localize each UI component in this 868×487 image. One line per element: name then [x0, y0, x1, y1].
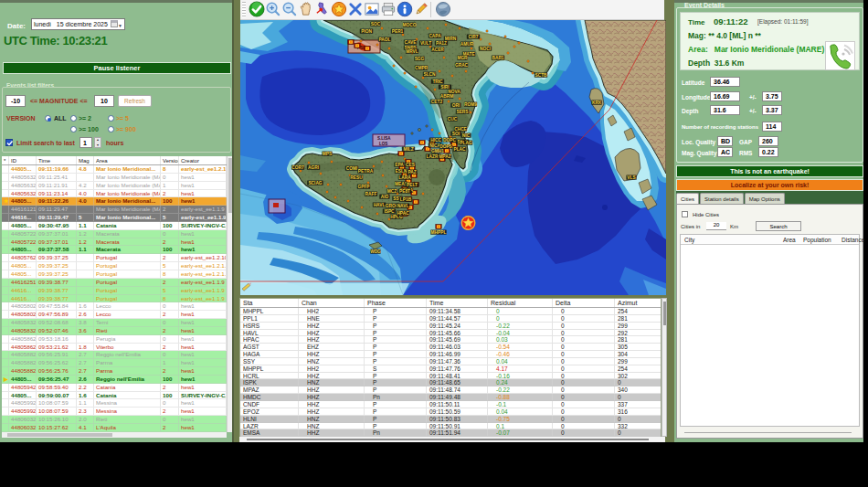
svg-text:COR7: COR7 — [291, 165, 304, 170]
svg-text:RAFF: RAFF — [365, 192, 377, 196]
svg-text:ABRM: ABRM — [440, 94, 453, 99]
svg-text:CET2: CET2 — [431, 100, 443, 104]
svg-text:CUC: CUC — [448, 117, 458, 122]
svg-text:S.LISA: S.LISA — [377, 136, 391, 141]
svg-text:NOCI: NOCI — [480, 47, 492, 51]
svg-text:MCZ: MCZ — [387, 189, 397, 194]
svg-text:NAVL: NAVL — [397, 204, 409, 208]
svg-text:TRIC: TRIC — [432, 79, 443, 84]
svg-text:GPFP: GPFP — [357, 185, 370, 189]
svg-text:LOS: LOS — [379, 142, 387, 146]
svg-text:PLAC: PLAC — [453, 147, 466, 152]
svg-text:LARA: LARA — [398, 175, 411, 180]
svg-text:VLS: VLS — [627, 175, 636, 180]
svg-text:AGRI: AGRI — [308, 165, 320, 170]
svg-text:CAVE: CAVE — [405, 40, 418, 45]
svg-text:HICC: HICC — [430, 138, 441, 143]
svg-text:PA1Z: PA1Z — [436, 41, 447, 46]
svg-text:BAR1: BAR1 — [492, 56, 503, 60]
svg-text:VULT: VULT — [420, 41, 431, 46]
svg-text:PETRA: PETRA — [358, 169, 374, 174]
svg-text:GMH1: GMH1 — [431, 149, 444, 154]
svg-text:SCTB: SCTB — [535, 73, 547, 78]
svg-text:MPS: MPS — [323, 152, 333, 156]
svg-text:MHPPL: MHPPL — [431, 230, 447, 235]
svg-text:WDG: WDG — [370, 249, 381, 254]
svg-text:PELT: PELT — [407, 183, 418, 187]
svg-text:HPAC: HPAC — [397, 211, 409, 216]
svg-text:SGG: SGG — [415, 57, 425, 61]
svg-text:MPAZ: MPAZ — [439, 154, 450, 159]
svg-text:PLAG: PLAG — [460, 141, 472, 145]
svg-text:SOI: SOI — [452, 132, 460, 136]
svg-text:AIO: AIO — [381, 195, 389, 199]
svg-text:MILZ: MILZ — [403, 147, 413, 152]
svg-text:CMPR: CMPR — [415, 66, 429, 70]
svg-text:HAVL: HAVL — [374, 203, 386, 207]
svg-text:MRVL: MRVL — [406, 49, 418, 54]
svg-text:MGR: MGR — [457, 56, 468, 60]
svg-text:AMUR: AMUR — [460, 42, 474, 47]
svg-text:LAZR: LAZR — [427, 154, 439, 159]
svg-text:PAOL: PAOL — [379, 37, 391, 42]
svg-text:SOC: SOC — [371, 22, 381, 26]
svg-text:DOPC: DOPC — [443, 138, 456, 143]
svg-text:CIR7: CIR7 — [469, 35, 479, 39]
svg-text:PER1: PER1 — [392, 29, 404, 34]
svg-text:ACER: ACER — [431, 48, 444, 52]
svg-text:SCIAG: SCIAG — [308, 181, 322, 185]
svg-text:ISPC: ISPC — [384, 209, 395, 214]
svg-text:ROM9: ROM9 — [464, 102, 477, 107]
svg-text:SERS: SERS — [456, 110, 469, 114]
svg-text:PE8T: PE8T — [399, 189, 410, 194]
svg-text:MOCO: MOCO — [403, 23, 417, 27]
svg-text:ORI: ORI — [452, 103, 460, 108]
svg-text:LP1B: LP1B — [400, 197, 412, 202]
svg-text:CAPA: CAPA — [429, 34, 441, 38]
svg-text:PION: PION — [361, 29, 372, 34]
svg-text:KRX: KRX — [592, 101, 602, 105]
svg-text:CES: CES — [406, 163, 416, 167]
svg-text:ESLN: ESLN — [396, 169, 408, 174]
svg-text:EPA: EPA — [395, 163, 404, 167]
svg-text:SLCN: SLCN — [423, 72, 436, 77]
svg-text:GRAC: GRAC — [455, 63, 469, 68]
svg-text:NIC: NIC — [462, 133, 471, 138]
svg-text:COMI: COMI — [346, 166, 358, 171]
svg-text:PAZ: PAZ — [408, 170, 416, 175]
svg-text:RESU: RESU — [350, 175, 363, 180]
